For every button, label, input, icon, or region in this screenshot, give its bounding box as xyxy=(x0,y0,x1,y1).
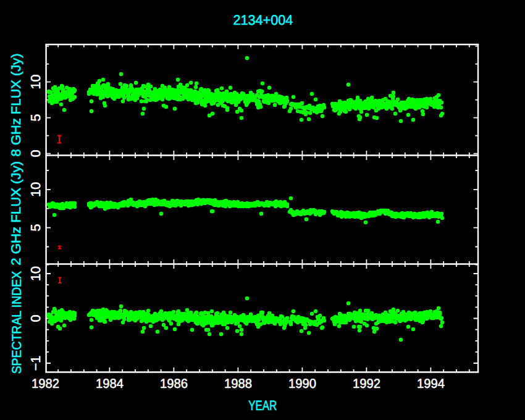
svg-text:2134+004: 2134+004 xyxy=(233,12,293,28)
svg-text:5: 5 xyxy=(28,224,43,232)
svg-text:2 GHz FLUX (Jy): 2 GHz FLUX (Jy) xyxy=(9,161,23,266)
svg-text:0: 0 xyxy=(28,150,43,158)
svg-text:1994: 1994 xyxy=(417,377,445,391)
svg-text:1986: 1986 xyxy=(160,377,188,391)
svg-text:10: 10 xyxy=(28,266,43,281)
svg-text:YEAR: YEAR xyxy=(248,398,277,413)
svg-text:−1: −1 xyxy=(28,356,43,371)
svg-text:10: 10 xyxy=(28,182,43,197)
svg-text:SPECTRAL INDEX: SPECTRAL INDEX xyxy=(10,271,24,374)
svg-text:5: 5 xyxy=(28,114,43,122)
svg-text:1984: 1984 xyxy=(96,377,124,391)
svg-text:1990: 1990 xyxy=(288,377,316,391)
svg-text:1992: 1992 xyxy=(353,377,380,391)
svg-text:10: 10 xyxy=(28,75,43,90)
svg-text:0: 0 xyxy=(28,314,43,322)
svg-text:1988: 1988 xyxy=(224,377,252,391)
svg-text:8 GHz FLUX (Jy): 8 GHz FLUX (Jy) xyxy=(9,53,23,156)
svg-text:1982: 1982 xyxy=(32,377,59,391)
